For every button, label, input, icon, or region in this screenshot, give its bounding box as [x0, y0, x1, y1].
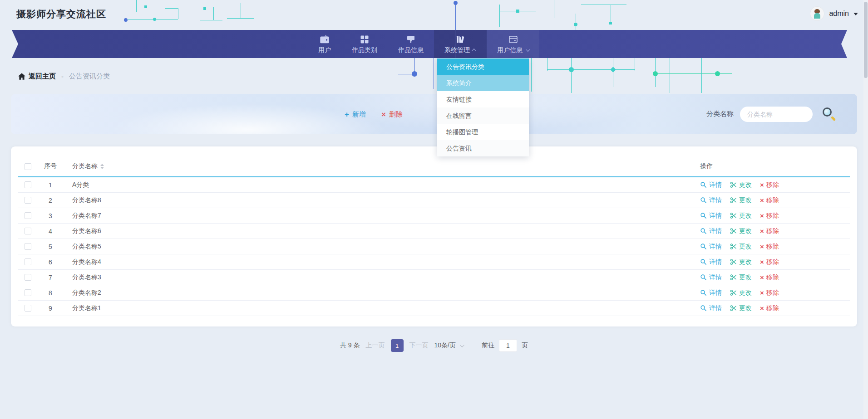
remove-link[interactable]: ×移除: [760, 304, 779, 312]
nav-item-work-category[interactable]: 作品类别: [341, 30, 388, 58]
edit-link[interactable]: 更改: [730, 212, 752, 220]
dropdown-item-announcement-category[interactable]: 公告资讯分类: [437, 58, 529, 75]
detail-link[interactable]: 详情: [700, 196, 722, 205]
add-button[interactable]: +新增: [345, 110, 366, 118]
row-checkbox[interactable]: [25, 258, 31, 265]
edit-link[interactable]: 更改: [730, 243, 752, 251]
detail-link[interactable]: 详情: [700, 181, 722, 189]
next-page-button[interactable]: 下一页: [409, 341, 429, 350]
table-header: 序号 分类名称 操作: [18, 156, 850, 176]
remove-link[interactable]: ×移除: [760, 243, 779, 251]
scissors-icon: [730, 228, 737, 234]
dropdown-item-carousel-management[interactable]: 轮播图管理: [437, 124, 529, 140]
scissors-icon: [730, 258, 737, 265]
circuit-line: [531, 58, 532, 92]
page-number-1[interactable]: 1: [391, 339, 404, 352]
dropdown-item-system-intro[interactable]: 系统简介: [437, 75, 529, 91]
row-name: 分类名称8: [72, 196, 700, 205]
nav-label: 作品类别: [352, 46, 377, 54]
remove-link[interactable]: ×移除: [760, 181, 779, 189]
user-menu[interactable]: admin: [810, 6, 858, 21]
dropdown-item-label: 轮播图管理: [446, 128, 478, 136]
nav-item-work-info[interactable]: 作品信息: [388, 30, 434, 58]
app-header: 摄影师分享交流社区 admin: [0, 0, 868, 30]
detail-link[interactable]: 详情: [700, 212, 722, 220]
nav-item-system-management[interactable]: 系统管理: [434, 30, 487, 58]
detail-link[interactable]: 详情: [700, 243, 722, 251]
edit-link[interactable]: 更改: [730, 258, 752, 266]
table-row: 1 A分类 详情 更改 ×移除: [18, 177, 850, 193]
plus-icon: +: [345, 110, 349, 118]
sort-icon[interactable]: [100, 164, 104, 169]
remove-label: 移除: [766, 196, 779, 205]
detail-link[interactable]: 详情: [700, 273, 722, 282]
row-checkbox[interactable]: [25, 289, 31, 296]
nav-item-users[interactable]: 用户: [308, 30, 341, 58]
detail-link[interactable]: 详情: [700, 227, 722, 235]
edit-label: 更改: [739, 243, 752, 251]
row-checkbox[interactable]: [25, 212, 31, 219]
detail-link[interactable]: 详情: [700, 304, 722, 312]
remove-label: 移除: [766, 227, 779, 235]
remove-link[interactable]: ×移除: [760, 273, 779, 282]
circuit-line: [732, 58, 732, 93]
scrollbar[interactable]: [863, 0, 868, 419]
home-icon: [18, 73, 25, 80]
table-row: 5 分类名称5 详情 更改 ×移除: [18, 239, 850, 254]
detail-link[interactable]: 详情: [700, 258, 722, 266]
x-icon: ×: [760, 228, 764, 234]
row-checkbox[interactable]: [25, 228, 31, 234]
breadcrumb-home-link[interactable]: 返回主页: [18, 72, 56, 81]
magnifier-icon: [700, 181, 707, 188]
magnifier-icon: [700, 289, 707, 296]
row-checkbox[interactable]: [25, 197, 31, 204]
edit-link[interactable]: 更改: [730, 196, 752, 205]
edit-link[interactable]: 更改: [730, 304, 752, 312]
row-index: 5: [37, 243, 64, 250]
circuit-dot: [715, 71, 720, 76]
remove-link[interactable]: ×移除: [760, 196, 779, 205]
dropdown-item-friend-links[interactable]: 友情链接: [437, 91, 529, 107]
row-index: 3: [37, 212, 64, 219]
remove-link[interactable]: ×移除: [760, 289, 779, 297]
goto-page-input[interactable]: [499, 339, 517, 352]
x-icon: ×: [760, 305, 764, 312]
search-input[interactable]: [740, 107, 813, 122]
page-size-select[interactable]: 10条/页: [434, 341, 463, 350]
remove-label: 移除: [766, 304, 779, 312]
scrollbar-thumb[interactable]: [864, 2, 868, 78]
edit-link[interactable]: 更改: [730, 289, 752, 297]
circuit-line: [455, 30, 455, 58]
remove-label: 移除: [766, 258, 779, 266]
row-checkbox[interactable]: [25, 274, 31, 281]
edit-link[interactable]: 更改: [730, 227, 752, 235]
search-icon[interactable]: [823, 107, 836, 121]
row-index: 7: [37, 274, 64, 281]
edit-link[interactable]: 更改: [730, 273, 752, 282]
breadcrumb-home-label: 返回主页: [29, 72, 56, 81]
prev-page-button[interactable]: 上一页: [366, 341, 385, 350]
delete-button[interactable]: ×删除: [381, 110, 403, 118]
edit-label: 更改: [739, 258, 752, 266]
x-icon: ×: [381, 110, 386, 118]
edit-link[interactable]: 更改: [730, 181, 752, 189]
remove-link[interactable]: ×移除: [760, 212, 779, 220]
row-index: 4: [37, 228, 64, 235]
remove-link[interactable]: ×移除: [760, 258, 779, 266]
edit-label: 更改: [739, 289, 752, 297]
detail-label: 详情: [709, 212, 722, 220]
row-checkbox[interactable]: [25, 243, 31, 250]
dropdown-item-announcements[interactable]: 公告资讯: [437, 140, 529, 156]
edit-label: 更改: [739, 212, 752, 220]
detail-label: 详情: [709, 196, 722, 205]
select-all-checkbox[interactable]: [25, 163, 31, 170]
scissors-icon: [730, 212, 737, 219]
row-checkbox[interactable]: [25, 305, 31, 312]
nav-item-user-info[interactable]: 用户信息: [487, 30, 539, 58]
dropdown-item-online-messages[interactable]: 在线留言: [437, 107, 529, 124]
nav-label: 作品信息: [398, 46, 424, 54]
row-checkbox[interactable]: [25, 181, 31, 188]
detail-link[interactable]: 详情: [700, 289, 722, 297]
remove-link[interactable]: ×移除: [760, 227, 779, 235]
table-panel: 序号 分类名称 操作 1 A分类 详情 更改 ×移除 2 分类名称8 详情 更改…: [11, 146, 857, 326]
